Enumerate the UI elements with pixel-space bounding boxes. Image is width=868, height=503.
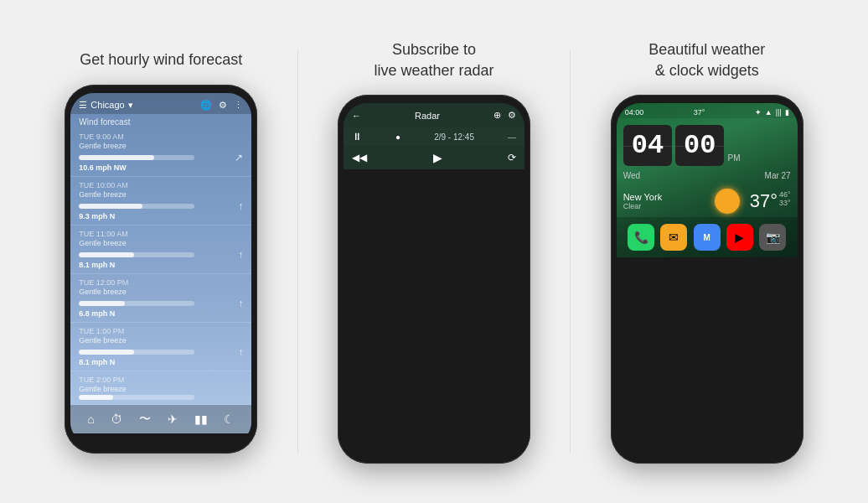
gear-icon[interactable]: ⚙ (219, 100, 227, 111)
widget-condition: Clear (623, 202, 662, 210)
widget-phone-frame: 04:00 37° ✦ ▲ ||| ▮ 04 00 PM (611, 95, 803, 464)
wind-app-screen: ☰ Chicago ▾ 🌐 ⚙ ⋮ Wind forecast (70, 93, 251, 433)
wind-item-1: TUE 9:00 AM Gentle breeze ↗ 10.6 mph NW (70, 128, 251, 177)
radar-phone-screen: ← Radar ⊕ ⚙ ⏸ ● 2/9 - 12:45 — (344, 103, 524, 455)
wind-desc-2: Gentle breeze (79, 190, 243, 199)
wind-speed-bar-1 (79, 155, 194, 160)
wind-speed-text-2: 9.3 mph N (79, 212, 243, 220)
wind-desc-6: Gentle breeze (79, 385, 243, 393)
clock-ampm: PM (727, 153, 740, 166)
wind-desc-1: Gentle breeze (79, 142, 243, 150)
menu-icon[interactable]: ☰ (79, 100, 87, 111)
wind-desc-5: Gentle breeze (79, 336, 243, 345)
wind-speed-fill-4 (79, 301, 125, 306)
radar-topbar-icons: ⊕ ⚙ (493, 110, 516, 121)
widget-city: New York (623, 192, 662, 202)
widget-temp: 37° (750, 190, 778, 212)
wind-speed-fill-6 (79, 395, 113, 400)
wave-icon[interactable]: 〜 (139, 412, 151, 427)
wind-icon[interactable]: ✈ (168, 412, 178, 426)
moon-icon[interactable]: ☾ (224, 412, 235, 426)
wind-item-6: TUE 2:00 PM Gentle breeze (70, 371, 251, 405)
chevron-down-icon[interactable]: ▾ (128, 100, 133, 111)
radar-play[interactable]: ▶ (433, 151, 442, 164)
widget-section: Beautiful weather& clock widgets 04:00 3… (571, 39, 843, 464)
dock-mail-icon[interactable]: M (694, 224, 721, 251)
wind-title: Get hourly wind forecast (80, 49, 242, 70)
status-temp: 37° (694, 108, 705, 117)
wind-speed-text-1: 10.6 mph NW (79, 163, 243, 172)
widget-status-bar: 04:00 37° ✦ ▲ ||| ▮ (617, 103, 798, 118)
widget-title: Beautiful weather& clock widgets (648, 39, 765, 81)
dock-camera-icon[interactable]: 📷 (759, 224, 786, 251)
clock-icon[interactable]: ⏱ (111, 412, 122, 426)
back-icon[interactable]: ← (352, 111, 361, 121)
bluetooth-icon: ✦ (755, 108, 762, 117)
wind-speed-fill-5 (79, 350, 134, 355)
wind-speed-row-6 (79, 395, 243, 400)
widget-temp-group: 37° 46° 33° (750, 190, 791, 212)
wind-time-4: TUE 12:00 PM (79, 278, 243, 287)
radar-topbar: ← Radar ⊕ ⚙ (344, 103, 524, 127)
wind-arrow-4: ↑ (238, 298, 243, 309)
radar-timestamp: 2/9 - 12:45 (434, 132, 474, 142)
clock-hours: 04 (623, 125, 672, 166)
wifi-icon: ▲ (765, 108, 772, 117)
radar-app-screen: ← Radar ⊕ ⚙ ⏸ ● 2/9 - 12:45 — (344, 103, 524, 169)
wind-bottom-nav: ⌂ ⏱ 〜 ✈ ▮▮ ☾ (70, 405, 251, 433)
wind-speed-bar-5 (79, 350, 194, 355)
wind-time-2: TUE 10:00 AM (79, 181, 243, 189)
wind-speed-bar-2 (79, 204, 194, 209)
target-icon[interactable]: ⊕ (493, 110, 501, 121)
main-container: Get hourly wind forecast ☰ Chicago ▾ 🌐 ⚙ (0, 0, 868, 503)
wind-speed-text-3: 8.1 mph N (79, 261, 243, 269)
wind-arrow-3: ↑ (238, 249, 243, 261)
wind-section: Get hourly wind forecast ☰ Chicago ▾ 🌐 ⚙ (25, 49, 297, 453)
dock-phone-icon[interactable]: 📞 (628, 224, 654, 251)
globe-icon[interactable]: 🌐 (200, 100, 212, 111)
temp-low: 33° (779, 199, 791, 207)
wind-speed-bar-6 (79, 395, 194, 400)
more-icon[interactable]: ⋮ (234, 100, 243, 111)
wind-speed-row-2: ↑ (79, 200, 243, 212)
wind-speed-row-3: ↑ (79, 249, 243, 261)
wind-arrow-5: ↑ (238, 346, 243, 358)
radar-phone-frame: ← Radar ⊕ ⚙ ⏸ ● 2/9 - 12:45 — (338, 95, 530, 464)
wind-topbar-icons: 🌐 ⚙ ⋮ (200, 100, 243, 111)
wind-item-3: TUE 11:00 AM Gentle breeze ↑ 8.1 mph N (70, 226, 251, 274)
wind-time-6: TUE 2:00 PM (79, 376, 243, 384)
radar-bottom-bar: ◀◀ ▶ ⟳ (344, 146, 524, 169)
wind-forecast-label: Wind forecast (70, 114, 251, 128)
battery-icon: ▮ (785, 108, 789, 117)
clock-day: Wed (623, 171, 640, 180)
status-icons: ✦ ▲ ||| ▮ (755, 108, 789, 117)
clock-minutes: 00 (675, 125, 724, 166)
radar-section: Subscribe tolive weather radar ← Radar ⊕… (298, 39, 571, 464)
chart-icon[interactable]: ▮▮ (194, 412, 208, 426)
signal-icon: ||| (776, 108, 782, 117)
dock-play-icon[interactable]: ▶ (726, 224, 753, 251)
dock-message-icon[interactable]: ✉ (660, 224, 687, 251)
wind-speed-text-5: 8.1 mph N (79, 358, 243, 366)
home-icon[interactable]: ⌂ (87, 412, 94, 426)
gear-icon[interactable]: ⚙ (508, 110, 516, 121)
clock-date: Mar 27 (765, 171, 791, 180)
widget-date-row: Wed Mar 27 (617, 169, 798, 185)
pause-icon[interactable]: ⏸ (352, 131, 362, 143)
city-label: Chicago (90, 100, 124, 110)
wind-speed-text-4: 6.8 mph N (79, 309, 243, 318)
wind-desc-4: Gentle breeze (79, 288, 243, 296)
wind-speed-bar-4 (79, 301, 194, 306)
widget-clock-box: 04 00 PM (617, 118, 798, 169)
wind-desc-3: Gentle breeze (79, 239, 243, 247)
widget-temp-range: 46° 33° (779, 190, 791, 207)
wind-topbar-left: ☰ Chicago ▾ (79, 100, 132, 111)
wind-speed-row-4: ↑ (79, 298, 243, 309)
wind-phone-screen: ☰ Chicago ▾ 🌐 ⚙ ⋮ Wind forecast (70, 93, 251, 445)
radar-loop[interactable]: ⟳ (508, 152, 516, 163)
wind-item-2: TUE 10:00 AM Gentle breeze ↑ 9.3 mph N (70, 177, 251, 226)
radar-dot: ● (395, 132, 400, 142)
wind-speed-fill-2 (79, 204, 142, 209)
widget-phone-screen: 04:00 37° ✦ ▲ ||| ▮ 04 00 PM (617, 103, 798, 455)
wind-topbar: ☰ Chicago ▾ 🌐 ⚙ ⋮ (70, 93, 251, 114)
